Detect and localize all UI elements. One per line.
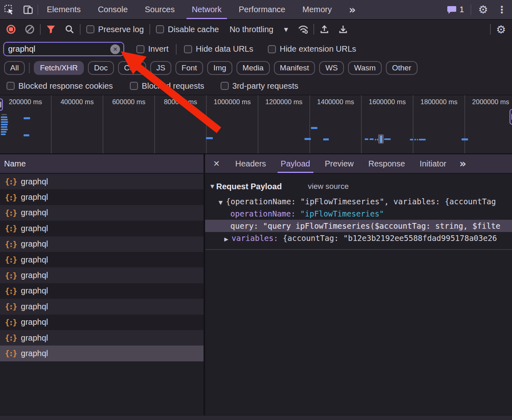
tab-sources[interactable]: Sources	[136, 0, 183, 19]
device-toolbar-button[interactable]	[19, 0, 37, 19]
settings-button[interactable]: ⚙	[474, 3, 492, 16]
request-list-panel: Name {:}graphql {:}graphql {:}graphql {:…	[0, 154, 203, 415]
table-row[interactable]: {:}graphql	[0, 330, 203, 346]
inspect-element-button[interactable]	[0, 0, 19, 19]
json-badge-icon: {:}	[5, 224, 16, 233]
tab-memory[interactable]: Memory	[294, 0, 340, 19]
chip-fetch-xhr[interactable]: Fetch/XHR	[34, 61, 84, 75]
request-rows: {:}graphql {:}graphql {:}graphql {:}grap…	[0, 174, 203, 361]
export-har-button[interactable]	[335, 21, 352, 37]
import-har-button[interactable]	[316, 21, 333, 37]
network-overview-timeline[interactable]: 200000 ms 400000 ms 600000 ms 800000 ms …	[0, 95, 512, 154]
name-column-header[interactable]: Name	[0, 154, 203, 174]
tab-network[interactable]: Network	[183, 0, 230, 19]
hide-extension-urls-checkbox[interactable]: Hide extension URLs	[264, 44, 360, 54]
throttling-select[interactable]: No throttling ▼	[225, 25, 293, 34]
table-row[interactable]: {:}graphql	[0, 299, 203, 314]
chip-media[interactable]: Media	[236, 61, 270, 75]
tab-payload[interactable]: Payload	[274, 154, 317, 173]
table-row[interactable]: {:}graphql	[0, 252, 203, 267]
clear-network-log-button[interactable]	[21, 21, 38, 37]
json-badge-icon: {:}	[5, 193, 16, 202]
payload-operation-line[interactable]: operationName: "ipFlowTimeseries"	[205, 208, 512, 220]
table-row[interactable]: {:}graphql	[0, 283, 203, 299]
chip-img[interactable]: Img	[207, 61, 232, 75]
chip-all[interactable]: All	[4, 61, 25, 75]
extra-filters-bar: Blocked response cookies Blocked request…	[0, 77, 512, 95]
filter-text-input[interactable]: graphql ✕	[3, 42, 124, 56]
payload-variables-line[interactable]: ▶variables: {accountTag: "b12e3b2192ee55…	[205, 232, 512, 244]
more-tabs-button[interactable]: »	[340, 0, 364, 19]
chip-manifest[interactable]: Manifest	[274, 61, 315, 75]
chip-label: All	[10, 63, 19, 72]
network-conditions-button[interactable]	[295, 21, 312, 37]
tab-performance[interactable]: Performance	[230, 0, 294, 19]
blocked-response-cookies-checkbox[interactable]: Blocked response cookies	[2, 81, 117, 91]
table-row[interactable]: {:}graphql	[0, 189, 203, 205]
tab-response[interactable]: Response	[361, 154, 412, 173]
collapse-section-icon[interactable]: ▼	[210, 184, 214, 189]
chip-label: Manifest	[280, 63, 309, 72]
chip-wasm[interactable]: Wasm	[348, 61, 382, 75]
json-key: variables:	[232, 234, 278, 243]
checkbox-box	[221, 82, 229, 90]
chip-font[interactable]: Font	[175, 61, 203, 75]
table-row[interactable]: {:}graphql	[0, 174, 203, 189]
request-name: graphql	[21, 239, 48, 249]
more-detail-tabs-button[interactable]: »	[454, 154, 472, 173]
tab-headers[interactable]: Headers	[228, 154, 274, 173]
checkbox-label: Hide extension URLs	[280, 44, 356, 54]
table-row[interactable]: {:}graphql	[0, 205, 203, 221]
devtools-menu-button[interactable]: ⋮	[495, 4, 509, 15]
issues-button[interactable]: 1	[443, 5, 468, 14]
chip-ws[interactable]: WS	[319, 61, 344, 75]
tab-elements[interactable]: Elements	[38, 0, 89, 19]
chip-doc[interactable]: Doc	[88, 61, 114, 75]
json-key: operationName:	[230, 209, 295, 218]
json-badge-icon: {:}	[5, 349, 16, 358]
request-name: graphql	[21, 271, 48, 280]
tab-console[interactable]: Console	[89, 0, 136, 19]
record-network-log-button[interactable]	[2, 21, 20, 37]
tab-initiator[interactable]: Initiator	[412, 154, 454, 173]
hide-data-urls-checkbox[interactable]: Hide data URLs	[180, 44, 257, 54]
overview-right-grip[interactable]	[510, 109, 512, 125]
preserve-log-checkbox[interactable]: Preserve log	[82, 25, 148, 34]
clear-filter-button[interactable]: ✕	[110, 44, 120, 54]
json-string-value: "ipFlowTimeseries"	[300, 209, 384, 218]
payload-query-line-selected[interactable]: query: "query ipFlowTimeseries($accountT…	[205, 220, 512, 232]
table-row[interactable]: {:}graphql	[0, 236, 203, 252]
checkbox-box	[156, 25, 164, 33]
waterfall-bar	[1, 119, 8, 120]
divider	[176, 44, 177, 55]
table-row[interactable]: {:}graphql	[0, 315, 203, 330]
view-source-link[interactable]: view source	[308, 182, 348, 191]
search-button[interactable]	[61, 21, 78, 37]
chip-js[interactable]: JS	[150, 61, 171, 75]
waterfall-bar	[323, 138, 329, 140]
collapse-node-icon[interactable]: ▼	[219, 199, 223, 206]
table-row[interactable]: {:}graphql	[0, 267, 203, 283]
checkbox-label: Blocked requests	[142, 81, 204, 91]
network-settings-button[interactable]: ⚙	[492, 21, 510, 37]
filter-toggle-button[interactable]	[42, 21, 59, 37]
close-detail-button[interactable]: ✕	[205, 154, 228, 173]
chip-css[interactable]: CSS	[118, 61, 146, 75]
request-name: graphql	[21, 192, 48, 202]
chip-label: WS	[325, 63, 338, 72]
disable-cache-checkbox[interactable]: Disable cache	[152, 25, 223, 34]
blocked-requests-checkbox[interactable]: Blocked requests	[126, 81, 208, 91]
expand-node-icon[interactable]: ▶	[224, 236, 228, 242]
invert-checkbox[interactable]: Invert	[132, 44, 173, 54]
table-row[interactable]: {:}graphql	[0, 221, 203, 236]
third-party-requests-checkbox[interactable]: 3rd-party requests	[217, 81, 302, 91]
table-row-selected[interactable]: {:}graphql	[0, 346, 203, 361]
checkbox-label: 3rd-party requests	[232, 81, 298, 91]
payload-root-line[interactable]: ▼{operationName: "ipFlowTimeseries", var…	[205, 195, 512, 208]
chip-other[interactable]: Other	[386, 61, 418, 75]
tab-preview[interactable]: Preview	[317, 154, 361, 173]
checkbox-box	[7, 82, 15, 90]
waterfall-bar	[370, 138, 374, 140]
waterfall-bar	[1, 116, 7, 118]
overview-left-grip[interactable]	[0, 98, 3, 111]
